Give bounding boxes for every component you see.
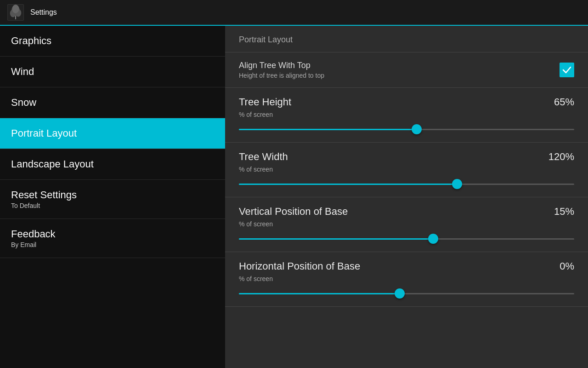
tree-height-value: 65% — [554, 96, 574, 108]
vertical-position-slider[interactable] — [239, 234, 574, 243]
align-tree-subtitle: Height of tree is aligned to top — [239, 72, 324, 79]
tree-height-header: Tree Height 65% — [239, 96, 574, 108]
horizontal-position-sublabel: % of screen — [239, 275, 574, 282]
tree-height-title: Tree Height — [239, 96, 291, 108]
horizontal-position-slider[interactable] — [239, 289, 574, 298]
horizontal-position-title: Horizontal Position of Base — [239, 260, 360, 272]
vertical-position-track — [239, 238, 574, 240]
sidebar-item-wind[interactable]: Wind — [0, 57, 225, 87]
svg-point-5 — [12, 5, 19, 13]
tree-height-thumb[interactable] — [412, 124, 422, 134]
horizontal-position-track — [239, 293, 574, 294]
align-tree-text: Align Tree With Top Height of tree is al… — [239, 61, 324, 79]
horizontal-position-fill — [239, 293, 400, 294]
horizontal-position-header: Horizontal Position of Base 0% — [239, 260, 574, 272]
app-icon — [7, 4, 24, 21]
sidebar-item-reset-settings[interactable]: Reset Settings To Default — [0, 180, 225, 219]
sidebar-item-landscape-layout[interactable]: Landscape Layout — [0, 149, 225, 180]
align-tree-title: Align Tree With Top — [239, 61, 324, 70]
tree-width-slider-row: Tree Width 120% % of screen — [239, 151, 574, 189]
tree-height-slider[interactable] — [239, 125, 574, 134]
tree-width-header: Tree Width 120% — [239, 151, 574, 163]
checkmark-icon — [562, 65, 572, 75]
tree-width-section: Tree Width 120% % of screen — [225, 143, 588, 197]
vertical-position-sublabel: % of screen — [239, 220, 574, 228]
tree-height-track — [239, 129, 574, 130]
content-title: Portrait Layout — [225, 26, 588, 52]
align-tree-section: Align Tree With Top Height of tree is al… — [225, 52, 588, 88]
align-tree-row: Align Tree With Top Height of tree is al… — [239, 61, 574, 79]
topbar-title: Settings — [30, 8, 57, 17]
vertical-position-fill — [239, 238, 433, 240]
sidebar-item-snow[interactable]: Snow — [0, 87, 225, 118]
tree-width-sublabel: % of screen — [239, 166, 574, 173]
tree-width-value: 120% — [548, 151, 574, 163]
content-panel: Portrait Layout Align Tree With Top Heig… — [225, 26, 588, 368]
sidebar: Graphics Wind Snow Portrait Layout Lands… — [0, 26, 225, 368]
tree-width-slider[interactable] — [239, 179, 574, 189]
vertical-position-section: Vertical Position of Base 15% % of scree… — [225, 197, 588, 252]
main-layout: Graphics Wind Snow Portrait Layout Lands… — [0, 26, 588, 368]
vertical-position-value: 15% — [554, 206, 574, 218]
align-tree-checkbox[interactable] — [560, 63, 574, 77]
sidebar-item-feedback[interactable]: Feedback By Email — [0, 219, 225, 258]
horizontal-position-value: 0% — [560, 260, 574, 272]
tree-height-section: Tree Height 65% % of screen — [225, 88, 588, 143]
tree-height-sublabel: % of screen — [239, 111, 574, 118]
tree-width-title: Tree Width — [239, 151, 288, 163]
vertical-position-thumb[interactable] — [428, 234, 438, 244]
tree-width-fill — [239, 184, 457, 185]
tree-height-slider-row: Tree Height 65% % of screen — [239, 96, 574, 134]
tree-width-track — [239, 184, 574, 185]
vertical-position-header: Vertical Position of Base 15% — [239, 206, 574, 218]
vertical-position-slider-row: Vertical Position of Base 15% % of scree… — [239, 206, 574, 243]
tree-width-thumb[interactable] — [452, 179, 462, 189]
horizontal-position-slider-row: Horizontal Position of Base 0% % of scre… — [239, 260, 574, 298]
sidebar-item-graphics[interactable]: Graphics — [0, 26, 225, 57]
tree-height-fill — [239, 129, 417, 130]
vertical-position-title: Vertical Position of Base — [239, 206, 348, 218]
horizontal-position-section: Horizontal Position of Base 0% % of scre… — [225, 252, 588, 307]
sidebar-item-portrait-layout[interactable]: Portrait Layout — [0, 118, 225, 149]
topbar: Settings — [0, 0, 588, 26]
horizontal-position-thumb[interactable] — [395, 288, 405, 299]
